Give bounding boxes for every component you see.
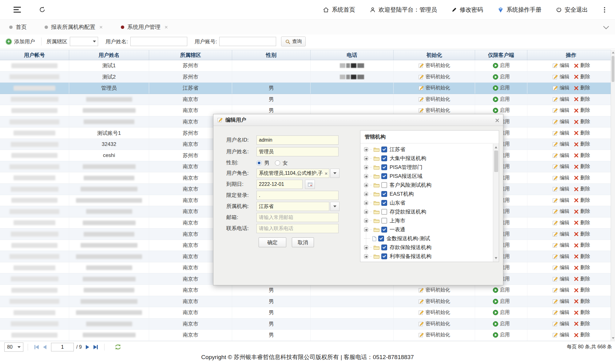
table-row[interactable]: 南京市男密码初始化启用编辑删除	[0, 319, 615, 330]
tree-expand-icon[interactable]	[364, 156, 368, 160]
edit-button[interactable]: 编辑	[552, 309, 569, 316]
password-init-button[interactable]: 密码初始化	[418, 96, 450, 103]
tree-item[interactable]: 客户风险测试机构	[360, 181, 493, 190]
menu-toggle-icon[interactable]	[14, 7, 22, 13]
edit-button[interactable]: 编辑	[552, 119, 569, 125]
delete-button[interactable]: 删除	[574, 197, 590, 204]
tree-item[interactable]: 江苏省	[360, 145, 493, 154]
table-row[interactable]: 南京市男密码初始化启用编辑删除	[0, 296, 615, 307]
edit-button[interactable]: 编辑	[552, 231, 569, 237]
table-row[interactable]: 测试1苏州市密码初始化启用编辑删除	[0, 60, 615, 72]
tree-checkbox[interactable]	[381, 200, 387, 206]
user-account-input[interactable]	[219, 37, 276, 46]
enable-button[interactable]: 启用	[493, 321, 510, 327]
nav-welcome[interactable]: 欢迎登陆平台：管理员	[369, 6, 437, 14]
tree-checkbox[interactable]	[381, 191, 387, 197]
chevron-down-icon[interactable]	[603, 25, 609, 31]
tree-checkbox[interactable]	[381, 209, 387, 215]
email-input[interactable]	[256, 213, 339, 222]
edit-button[interactable]: 编辑	[552, 163, 569, 170]
tree-checkbox[interactable]	[381, 173, 387, 179]
delete-button[interactable]: 删除	[574, 231, 590, 237]
gender-male-radio[interactable]	[256, 160, 262, 166]
enable-button[interactable]: 启用	[493, 74, 510, 80]
edit-button[interactable]: 编辑	[552, 253, 569, 260]
edit-button[interactable]: 编辑	[552, 186, 569, 192]
password-init-button[interactable]: 密码初始化	[418, 287, 450, 293]
tree-item[interactable]: 利率报备报送机构	[360, 252, 493, 261]
delete-button[interactable]: 删除	[574, 332, 590, 338]
delete-button[interactable]: 删除	[574, 85, 590, 91]
gender-female-radio[interactable]	[275, 160, 280, 166]
password-init-button[interactable]: 密码初始化	[418, 107, 450, 114]
tree-expand-icon[interactable]	[364, 165, 368, 169]
enable-button[interactable]: 启用	[493, 107, 510, 114]
enable-button[interactable]: 启用	[493, 309, 510, 316]
password-init-button[interactable]: 密码初始化	[418, 332, 450, 338]
table-scrollbar[interactable]	[611, 50, 615, 341]
edit-button[interactable]: 编辑	[552, 264, 569, 271]
column-header-8[interactable]: 操作	[527, 50, 615, 60]
tree-expand-icon[interactable]	[364, 245, 368, 249]
tab-report-org-config[interactable]: 报表所属机构配置	[45, 23, 103, 31]
delete-button[interactable]: 删除	[574, 62, 590, 69]
scrollbar-thumb[interactable]	[612, 56, 614, 82]
column-header-3[interactable]: 所属辖区	[149, 50, 232, 60]
column-header-1[interactable]: 用户帐号	[0, 50, 69, 60]
delete-button[interactable]: 删除	[574, 309, 590, 316]
nav-logout[interactable]: 安全退出	[556, 6, 588, 14]
tree-item[interactable]: 山东省	[360, 198, 493, 207]
table-row[interactable]: 测试2苏州市密码初始化启用编辑删除	[0, 72, 615, 83]
delete-button[interactable]: 删除	[574, 186, 590, 192]
delete-button[interactable]: 删除	[574, 298, 590, 305]
scroll-up-icon[interactable]	[612, 52, 614, 53]
user-role-combo[interactable]: 系统管理员,1104,公式维护,子 ×	[256, 169, 329, 178]
tree-expand-icon[interactable]	[364, 219, 368, 223]
edit-button[interactable]: 编辑	[552, 107, 569, 114]
edit-button[interactable]: 编辑	[552, 74, 569, 80]
page-number-input[interactable]	[51, 343, 74, 351]
calendar-button[interactable]	[305, 180, 315, 189]
tab-system-user-mgmt[interactable]: 系统用户管理	[121, 23, 168, 31]
delete-button[interactable]: 删除	[574, 208, 590, 215]
tree-expand-icon[interactable]	[364, 192, 368, 196]
password-init-button[interactable]: 密码初始化	[418, 74, 450, 80]
tree-expand-icon[interactable]	[364, 210, 368, 214]
org-dropdown-button[interactable]	[330, 202, 339, 211]
column-header-6[interactable]: 初始化	[394, 50, 475, 60]
tree-checkbox[interactable]	[381, 182, 387, 188]
tab-close-icon[interactable]	[99, 25, 103, 29]
edit-button[interactable]: 编辑	[552, 287, 569, 293]
user-name-input[interactable]	[130, 37, 187, 46]
enable-button[interactable]: 启用	[493, 298, 510, 305]
enable-button[interactable]: 启用	[493, 287, 510, 293]
tree-item[interactable]: 金数报送机构-测试	[360, 234, 493, 243]
edit-button[interactable]: 编辑	[552, 141, 569, 147]
tree-expand-icon[interactable]	[364, 174, 368, 178]
more-menu-icon[interactable]	[602, 6, 607, 14]
password-init-button[interactable]: 密码初始化	[418, 298, 450, 305]
tree-expand-icon[interactable]	[364, 183, 368, 187]
enable-button[interactable]: 启用	[493, 332, 510, 338]
contact-phone-input[interactable]	[256, 224, 339, 233]
tab-close-icon[interactable]	[164, 25, 168, 29]
delete-button[interactable]: 删除	[574, 253, 590, 260]
edit-button[interactable]: 编辑	[552, 242, 569, 249]
edit-button[interactable]: 编辑	[552, 332, 569, 338]
nav-change-password[interactable]: 修改密码	[451, 6, 483, 14]
add-user-button[interactable]: + 添加用户	[6, 38, 35, 45]
tree-expand-icon[interactable]	[364, 228, 368, 232]
password-init-button[interactable]: 密码初始化	[418, 85, 450, 91]
table-row[interactable]: 南京市男密码初始化启用编辑删除	[0, 307, 615, 319]
tree-checkbox[interactable]	[381, 218, 387, 224]
tree-item[interactable]: 大集中报送机构	[360, 154, 493, 163]
delete-button[interactable]: 删除	[574, 276, 590, 282]
table-row[interactable]: 南京市男密码初始化启用编辑删除	[0, 330, 615, 341]
delete-button[interactable]: 删除	[574, 141, 590, 147]
tree-checkbox[interactable]	[381, 227, 387, 233]
org-select[interactable]: 江苏省	[256, 202, 329, 211]
column-header-5[interactable]: 电话	[311, 50, 394, 60]
delete-button[interactable]: 删除	[574, 152, 590, 159]
edit-button[interactable]: 编辑	[552, 130, 569, 136]
edit-button[interactable]: 编辑	[552, 298, 569, 305]
